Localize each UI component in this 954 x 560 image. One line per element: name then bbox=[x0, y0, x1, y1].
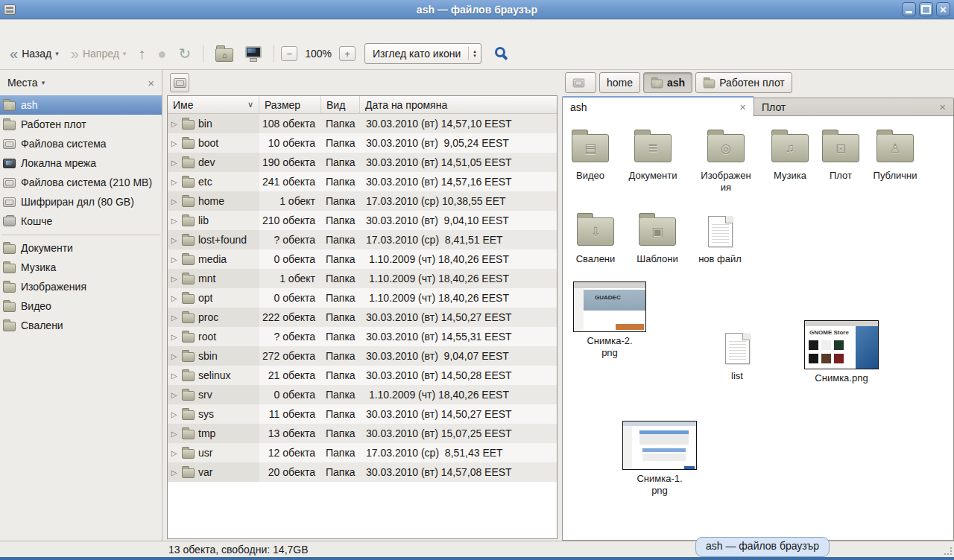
sidebar-title[interactable]: Места bbox=[7, 77, 38, 89]
table-row[interactable]: ▷ var 20 обекта Папка 30.03.2010 (вт) 14… bbox=[168, 462, 557, 482]
table-row[interactable]: ▷ sbin 272 обекта Папка 30.03.2010 (вт) … bbox=[168, 346, 557, 366]
menu-item[interactable] bbox=[57, 27, 70, 31]
minimize-button[interactable] bbox=[902, 2, 916, 16]
expander-icon[interactable]: ▷ bbox=[170, 391, 178, 399]
zoom-out-button[interactable]: − bbox=[281, 46, 297, 61]
icon-item[interactable]: Снимка-1. png bbox=[624, 421, 695, 497]
expander-icon[interactable]: ▷ bbox=[170, 255, 178, 264]
menu-item[interactable] bbox=[16, 27, 30, 31]
table-row[interactable]: ▷ sys 11 обекта Папка 30.03.2010 (вт) 14… bbox=[168, 404, 557, 424]
breadcrumb-button[interactable]: ash bbox=[643, 72, 692, 93]
expander-icon[interactable]: ▷ bbox=[170, 294, 178, 302]
menu-item[interactable] bbox=[3, 27, 16, 31]
icon-item[interactable]: нов файл bbox=[684, 213, 756, 265]
close-button[interactable] bbox=[936, 2, 950, 16]
expander-icon[interactable]: ▷ bbox=[170, 333, 178, 341]
expander-icon[interactable]: ▷ bbox=[170, 178, 178, 186]
table-row[interactable]: ▷ proc 222 обекта Папка 30.03.2010 (вт) … bbox=[168, 308, 557, 327]
table-row[interactable]: ▷ opt 0 обекта Папка 1.10.2009 (чт) 18,4… bbox=[168, 288, 557, 308]
icon-item[interactable]: Шаблони bbox=[622, 213, 693, 265]
sidebar-item[interactable]: Видео bbox=[0, 296, 162, 316]
table-row[interactable]: ▷ home 1 обект Папка 17.03.2010 (ср) 10,… bbox=[168, 191, 557, 211]
table-row[interactable]: ▷ dev 190 обекта Папка 30.03.2010 (вт) 1… bbox=[168, 153, 557, 172]
icon-item[interactable]: list bbox=[701, 330, 773, 382]
expander-icon[interactable]: ▷ bbox=[170, 410, 178, 419]
resize-grip[interactable] bbox=[943, 546, 953, 556]
table-row[interactable]: ▷ lib 210 обекта Папка 30.03.2010 (вт) 9… bbox=[168, 211, 557, 230]
sidebar-item[interactable]: Изображения bbox=[0, 277, 162, 296]
sidebar-title-caret-icon[interactable]: ▾ bbox=[42, 79, 45, 86]
search-icon[interactable] bbox=[495, 47, 505, 57]
sidebar-item[interactable] bbox=[0, 231, 162, 238]
maximize-button[interactable] bbox=[919, 2, 933, 16]
sidebar-item[interactable]: ash bbox=[0, 95, 162, 115]
expander-icon[interactable]: ▷ bbox=[170, 449, 178, 457]
table-row[interactable]: ▷ root ? обекта Папка 30.03.2010 (вт) 14… bbox=[168, 327, 557, 346]
icon-item[interactable]: Документи bbox=[617, 130, 689, 182]
menu-item[interactable] bbox=[30, 27, 43, 31]
column-header-type[interactable]: Вид bbox=[321, 96, 360, 114]
tab-close-icon[interactable]: × bbox=[932, 101, 946, 113]
back-button[interactable]: « Назад ▾ bbox=[4, 43, 64, 64]
table-row[interactable]: ▷ mnt 1 обект Папка 1.10.2009 (чт) 18,40… bbox=[168, 269, 557, 288]
tab[interactable]: Плот × bbox=[754, 98, 954, 116]
back-history-caret-icon[interactable]: ▾ bbox=[55, 50, 59, 57]
table-row[interactable]: ▷ selinux 21 обекта Папка 30.03.2010 (вт… bbox=[168, 366, 557, 385]
zoom-in-button[interactable]: + bbox=[339, 46, 356, 61]
expander-icon[interactable]: ▷ bbox=[170, 120, 178, 128]
expander-icon[interactable]: ▷ bbox=[170, 236, 178, 244]
breadcrumb-button[interactable]: Работен плот bbox=[695, 72, 792, 93]
icon-item[interactable]: Изображен ия bbox=[690, 130, 762, 194]
sidebar-item[interactable]: Свалени bbox=[0, 316, 162, 335]
sidebar-item[interactable]: Кошче bbox=[0, 211, 162, 231]
table-row[interactable]: ▷ tmp 13 обекта Папка 30.03.2010 (вт) 15… bbox=[168, 424, 557, 443]
home-button[interactable]: ⌂ bbox=[210, 42, 238, 65]
expander-icon[interactable]: ▷ bbox=[170, 314, 178, 322]
table-row[interactable]: ▷ boot 10 обекта Папка 30.03.2010 (вт) 9… bbox=[168, 133, 557, 153]
view-mode-select[interactable]: Изглед като икони ▴▾ bbox=[364, 43, 481, 64]
menu-item[interactable] bbox=[43, 27, 57, 31]
expander-icon[interactable]: ▷ bbox=[170, 197, 178, 206]
table-row[interactable]: ▷ bin 108 обекта Папка 30.03.2010 (вт) 1… bbox=[168, 114, 557, 133]
table-row[interactable]: ▷ lost+found ? обекта Папка 17.03.2010 (… bbox=[168, 230, 557, 249]
breadcrumb-button[interactable] bbox=[565, 72, 596, 93]
sidebar-close-icon[interactable]: × bbox=[148, 77, 154, 89]
sidebar-item[interactable]: Файлова система (210 MB) bbox=[0, 173, 162, 192]
expander-icon[interactable]: ▷ bbox=[170, 217, 178, 225]
icon-view[interactable]: Видео Документи bbox=[562, 116, 954, 541]
table-row[interactable]: ▷ srv 0 обекта Папка 1.10.2009 (чт) 18,4… bbox=[168, 385, 557, 404]
expander-icon[interactable]: ▷ bbox=[170, 352, 178, 360]
sidebar-item[interactable]: Файлова система bbox=[0, 134, 162, 153]
icon-item[interactable]: GUADEC Снимка-2. png bbox=[574, 281, 645, 359]
sidebar-item[interactable]: Музика bbox=[0, 258, 162, 277]
sidebar-item[interactable]: Работен плот bbox=[0, 115, 162, 134]
icon-item[interactable]: GNOME Store Снимка.png bbox=[806, 320, 877, 384]
tab-close-icon[interactable]: × bbox=[732, 101, 746, 113]
up-button[interactable]: ↑ bbox=[133, 43, 151, 64]
table-row[interactable]: ▷ media 0 обекта Папка 1.10.2009 (чт) 18… bbox=[168, 249, 557, 269]
computer-button[interactable] bbox=[240, 43, 267, 64]
column-header-date[interactable]: Дата на промяна bbox=[360, 96, 557, 114]
stop-button[interactable]: ● bbox=[152, 43, 171, 64]
expander-icon[interactable]: ▷ bbox=[170, 139, 178, 147]
expander-icon[interactable]: ▷ bbox=[170, 159, 178, 167]
expander-icon[interactable]: ▷ bbox=[170, 275, 178, 283]
expander-icon[interactable]: ▷ bbox=[170, 468, 178, 477]
column-header-name[interactable]: Име ∨ bbox=[168, 96, 259, 114]
root-location-button[interactable] bbox=[170, 73, 189, 92]
table-row[interactable]: ▷ usr 12 обекта Папка 17.03.2010 (ср) 8,… bbox=[168, 443, 557, 462]
column-header-size[interactable]: Размер bbox=[259, 96, 321, 114]
table-row[interactable]: ▷ etc 241 обекта Папка 30.03.2010 (вт) 1… bbox=[168, 172, 557, 191]
breadcrumb-button[interactable]: home bbox=[599, 72, 640, 93]
forward-button[interactable]: » Напред ▾ bbox=[66, 43, 132, 64]
drive-icon bbox=[3, 139, 16, 149]
tab[interactable]: ash × bbox=[562, 96, 754, 116]
menu-item[interactable] bbox=[70, 27, 83, 31]
reload-button[interactable]: ↻ bbox=[173, 43, 196, 64]
sidebar-item[interactable]: Локална мрежа bbox=[0, 153, 162, 173]
sidebar-item[interactable]: Шифриран дял (80 GB) bbox=[0, 192, 162, 211]
expander-icon[interactable]: ▷ bbox=[170, 430, 178, 438]
icon-item[interactable]: Публични bbox=[859, 130, 931, 182]
expander-icon[interactable]: ▷ bbox=[170, 372, 178, 380]
sidebar-item[interactable]: Документи bbox=[0, 238, 162, 258]
